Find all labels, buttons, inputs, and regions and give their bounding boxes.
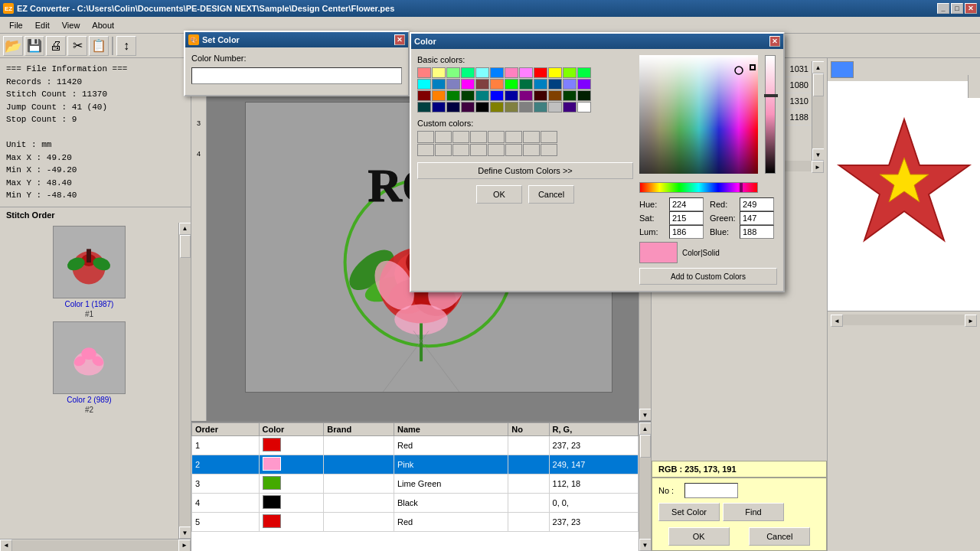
basic-color-swatch[interactable] [446,102,460,112]
color-preview-row: Color|Solid [639,242,777,263]
basic-color-swatch[interactable] [461,79,475,90]
basic-color-swatch[interactable] [534,67,547,78]
custom-swatch[interactable] [505,144,522,156]
basic-color-swatch[interactable] [519,90,533,101]
hue-input[interactable] [669,197,704,211]
basic-color-swatch[interactable] [534,90,547,101]
basic-color-swatch[interactable] [505,67,518,78]
basic-color-swatch[interactable] [432,67,446,78]
basic-color-swatch[interactable] [505,102,518,112]
custom-swatch[interactable] [470,131,487,143]
basic-color-swatch[interactable] [461,90,475,101]
color-spectrum-section: Hue: Sat: Lum: [639,55,777,285]
color-values: Hue: Sat: Lum: [639,197,777,239]
green-row: Green: [710,211,774,225]
basic-color-swatch[interactable] [577,90,591,101]
basic-color-swatch[interactable] [519,102,533,112]
basic-color-swatch[interactable] [548,90,562,101]
custom-swatch[interactable] [417,131,434,143]
basic-color-swatch[interactable] [505,79,518,90]
basic-color-swatch[interactable] [563,102,577,112]
color-dialog-title: Color [414,37,436,46]
color-solid-label: Color|Solid [682,249,720,257]
basic-color-swatch[interactable] [577,79,591,90]
set-color-title: Set Color [202,35,240,44]
lum-row: Lum: [639,225,704,239]
custom-swatch[interactable] [541,131,557,143]
basic-color-swatch[interactable] [475,79,489,90]
color-cancel-btn[interactable]: Cancel [528,185,574,204]
custom-swatch[interactable] [488,131,505,143]
color-dialog-title-bar: Color ✕ [411,34,783,49]
set-color-close[interactable]: ✕ [394,34,405,45]
green-input[interactable] [740,211,774,225]
basic-color-swatch[interactable] [490,79,504,90]
color-spectrum-canvas[interactable] [639,55,758,174]
basic-color-swatch[interactable] [475,102,489,112]
color-ok-cancel: OK Cancel [417,185,633,204]
basic-color-swatch[interactable] [519,79,533,90]
hue-row: Hue: [639,197,704,211]
red-row: Red: [710,197,774,211]
basic-color-swatch[interactable] [461,102,475,112]
define-custom-colors-btn[interactable]: Define Custom Colors >> [417,162,633,179]
basic-color-swatch[interactable] [475,90,489,101]
color-spectrum-container[interactable] [639,55,762,178]
basic-color-swatch[interactable] [446,90,460,101]
basic-color-swatch[interactable] [417,102,431,112]
color-preview-swatch [639,242,678,263]
basic-color-swatch[interactable] [534,79,547,90]
custom-swatch[interactable] [470,144,487,156]
set-color-instruction: Color Number: [191,54,402,63]
custom-swatch[interactable] [541,144,557,156]
custom-swatch[interactable] [435,144,452,156]
basic-color-swatch[interactable] [417,79,431,90]
basic-color-swatch[interactable] [577,67,591,78]
custom-swatch[interactable] [452,131,469,143]
blue-input[interactable] [740,225,774,239]
sat-row: Sat: [639,211,704,225]
color-swatches-section: Basic colors: Custom colors: [417,55,633,285]
basic-colors-label: Basic colors: [417,55,633,64]
basic-color-swatch[interactable] [432,79,446,90]
basic-color-swatch[interactable] [548,102,562,112]
hue-slider[interactable] [639,182,758,193]
brightness-bar[interactable] [765,55,776,174]
custom-swatch[interactable] [417,144,434,156]
basic-color-swatch[interactable] [490,67,504,78]
color-number-input[interactable] [191,67,402,84]
basic-color-swatch[interactable] [417,90,431,101]
basic-color-swatch[interactable] [446,79,460,90]
sat-input[interactable] [669,211,704,225]
basic-color-swatch[interactable] [505,90,518,101]
basic-color-swatch[interactable] [475,67,489,78]
color-dialog-close[interactable]: ✕ [769,36,780,47]
basic-color-swatch[interactable] [432,102,446,112]
basic-color-swatch[interactable] [563,90,577,101]
custom-swatch[interactable] [452,144,469,156]
lum-input[interactable] [669,225,704,239]
red-input[interactable] [740,197,774,211]
add-custom-btn[interactable]: Add to Custom Colors [639,268,777,285]
set-color-icon: 🎨 [188,34,199,45]
basic-color-swatch[interactable] [534,102,547,112]
basic-color-swatch[interactable] [446,67,460,78]
basic-color-swatch[interactable] [417,67,431,78]
custom-swatch[interactable] [488,144,505,156]
set-color-row [191,67,402,84]
basic-color-swatch[interactable] [519,67,533,78]
custom-swatch[interactable] [523,144,540,156]
basic-color-swatch[interactable] [490,102,504,112]
basic-color-swatch[interactable] [577,102,591,112]
basic-color-swatch[interactable] [563,67,577,78]
custom-swatch[interactable] [523,131,540,143]
basic-color-swatch[interactable] [461,67,475,78]
custom-swatch[interactable] [505,131,522,143]
basic-color-swatch[interactable] [548,79,562,90]
basic-color-swatch[interactable] [563,79,577,90]
custom-swatch[interactable] [435,131,452,143]
basic-color-swatch[interactable] [432,90,446,101]
basic-color-swatch[interactable] [548,67,562,78]
basic-color-swatch[interactable] [490,90,504,101]
color-ok-btn[interactable]: OK [476,185,522,204]
